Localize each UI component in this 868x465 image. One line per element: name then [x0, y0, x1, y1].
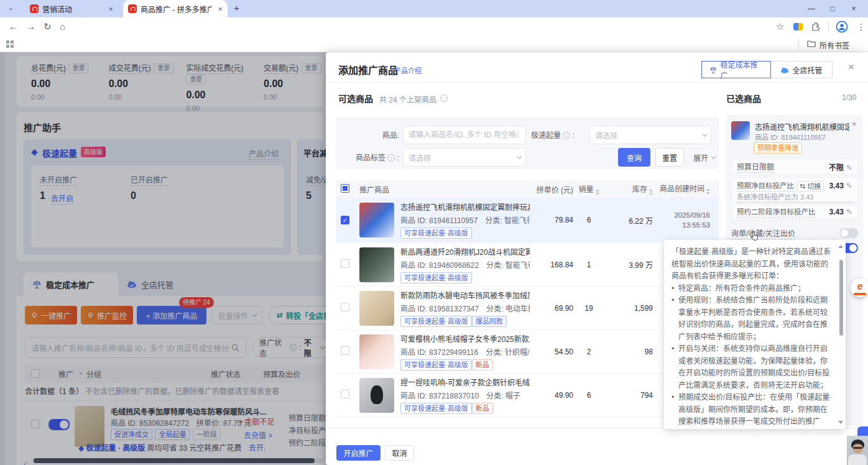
row-checkbox[interactable] [341, 390, 349, 398]
selected-goods-count: 1/30 [842, 93, 856, 102]
switch-roi-button[interactable]: ⇆切换 [796, 181, 824, 191]
goods-filter-label: 商品: [364, 129, 399, 140]
extension-icon[interactable] [793, 23, 803, 30]
product-thumbnail [359, 291, 394, 326]
bookmark-star-icon[interactable]: ☆ [776, 17, 784, 36]
goods-row[interactable]: 新款防雨防水腿电动车挡风被冬季加绒加厚电瓶摩托全... 商品 ID: 81958… [336, 287, 719, 330]
cloud-icon [780, 67, 789, 73]
browser-titlebar: ⌄ 营销活动 × 商品推广 - 拼多多推广平台 × + — □ × [0, 0, 868, 17]
edit-pencil-icon[interactable]: ✎ [846, 208, 852, 216]
product-id-category: 商品 ID: 819460968622 分类: 智能飞行/无人机 [400, 259, 530, 270]
info-icon[interactable] [440, 94, 448, 102]
site-favicon [30, 4, 39, 13]
product-id-category: 商品 ID: 819461110957 分类: 智能飞行/无人机 [400, 214, 530, 225]
stock-cell: 3.99 万 [604, 259, 653, 270]
product-id-category: 商品 ID: 819581327347 分类: 电动车挡风被 [400, 303, 530, 313]
sort-icon[interactable] [596, 189, 599, 195]
edit-pencil-icon[interactable]: ✎ [846, 163, 852, 172]
product-title: 新品两通道歼20滑翔机J20战斗机固定翼电动摆饰航模遥... [400, 246, 530, 257]
goods-row[interactable]: 新品两通道歼20滑翔机J20战斗机固定翼电动摆饰航模遥... 商品 ID: 81… [336, 243, 719, 287]
minimize-button[interactable]: — [801, 0, 822, 17]
goods-row[interactable]: 志扬遥控飞机滑翔机航模固定翼耐摔玩具泡沫电动充电... 商品 ID: 81946… [336, 198, 719, 243]
price-cell: 69.90 [530, 304, 573, 313]
back-icon[interactable]: ← [9, 17, 18, 36]
floating-logo-badge[interactable]: e [851, 279, 868, 297]
browser-menu-icon[interactable]: ⋮ [857, 17, 866, 36]
cancel-button[interactable]: 取消 [385, 445, 414, 461]
webcam-overlay [847, 436, 868, 465]
folder-icon [807, 40, 816, 47]
browser-tab-promotion[interactable]: 商品推广 - 拼多多推广平台 × [123, 0, 228, 17]
apps-grid-icon[interactable] [6, 40, 14, 48]
home-icon[interactable]: ⌂ [60, 17, 65, 36]
speed-filter-select[interactable]: 请选择 [589, 126, 711, 144]
product-title: 志扬遥控飞机滑翔机航模固定翼耐摔玩具泡沫电动充电... [400, 201, 530, 212]
tooltip-intro: 「极速起量·高级版」是一种针对特定商品通过系统智能出价快速商品起量的工具，使用该… [672, 246, 833, 283]
product-thumbnail [359, 378, 394, 413]
row-checkbox[interactable] [341, 216, 349, 224]
profile-avatar-icon[interactable] [836, 21, 848, 33]
sales-cell: 19 [573, 304, 604, 313]
tag-filter-select[interactable]: 请选择 [403, 148, 526, 167]
product-thumbnail [359, 334, 394, 369]
expected-roi-row: 预期净目标投产比⇆切换 3.43✎ 系统净目标投产比为 3.43 [731, 177, 858, 202]
select-all-checkbox[interactable] [341, 184, 349, 193]
edit-pencil-icon[interactable]: ✎ [846, 182, 852, 190]
goods-row[interactable]: 捏一捏哇叽响-可爱亲子款企鹅针织毛绒绒护耳帽有弹... 商品 ID: 83721… [336, 374, 719, 417]
tooltip-bullet: 使用规则：系统结合推广当前所处阶段和近期拿量水平判断是否符合使用条件。若系统可较… [672, 295, 833, 343]
tag-filter-label: 商品标签 : [347, 152, 399, 162]
stage2-roi-row: 预约二阶段净目标投产比 3.43✎ [731, 205, 858, 219]
new-tab-button[interactable]: + [234, 2, 239, 13]
browser-tab-marketing[interactable]: 营销活动 × [25, 1, 118, 16]
price-cell: 168.84 [530, 260, 573, 269]
speed-eligible-tag: 可享极速起量·高级版 [400, 228, 472, 239]
mode-full-trust-button[interactable]: 全店托管 [770, 61, 833, 78]
sales-cell: 2 [573, 348, 604, 356]
row-checkbox[interactable] [341, 303, 349, 311]
tooltip-scroll-down-icon[interactable] [838, 421, 843, 424]
tab-search-icon[interactable]: ⌄ [5, 3, 16, 14]
toolbar-divider [828, 22, 829, 32]
speed-boost-tooltip: 「极速起量·高级版」是一种针对特定商品通过系统智能出价快速商品起量的工具，使用该… [664, 240, 846, 429]
tooltip-scrollbar-thumb[interactable] [839, 260, 843, 336]
expand-button[interactable]: 展开 [690, 148, 718, 167]
sort-icon[interactable] [706, 188, 710, 195]
screen: ⌄ 营销活动 × 商品推广 - 拼多多推广平台 × + — □ × ← → ↻ … [0, 0, 868, 465]
query-button[interactable]: 查询 [618, 148, 650, 167]
tab-close-icon[interactable]: × [108, 4, 113, 14]
selected-product-thumbnail [731, 121, 750, 140]
selected-product-id: 商品 ID: 819461110957 [755, 132, 848, 142]
tab-title: 营销活动 [42, 4, 102, 14]
product-thumbnail [359, 247, 394, 282]
chevron-down-icon [711, 154, 716, 159]
start-promotion-button[interactable]: 开启推广 [336, 445, 381, 461]
product-intro-link[interactable]: 产品介绍 [394, 65, 422, 75]
row-checkbox[interactable] [341, 259, 349, 268]
system-roi-note: 系统净目标投产比为 3.43 [737, 191, 852, 203]
row-checkbox[interactable] [341, 346, 349, 355]
hot-item-tag: 爆品同款 [472, 316, 507, 327]
forward-icon[interactable]: → [26, 17, 35, 36]
close-window-button[interactable]: × [843, 0, 864, 17]
selected-product-title: 志扬遥控飞机滑翔机航模固定翼耐摔... [755, 121, 849, 132]
maximize-button[interactable]: □ [822, 0, 843, 17]
reset-button[interactable]: 重置 [655, 148, 684, 167]
all-bookmarks-label[interactable]: 所有书签 [820, 40, 849, 50]
goods-row[interactable]: 可爱樱桃小熊毛绒帽子女冬季2025新款加绒加厚保暖防... 商品 ID: 837… [336, 330, 719, 374]
modal-close-icon[interactable]: × [848, 61, 854, 73]
mode-stable-cost-button[interactable]: 稳定成本推广 [701, 61, 771, 78]
tab-close-icon[interactable]: × [218, 4, 223, 14]
selected-goods-title: 已选商品 [726, 92, 761, 104]
bookmarks-divider [798, 39, 799, 49]
goods-filter-input[interactable] [403, 126, 526, 144]
reload-icon[interactable]: ↻ [44, 17, 52, 36]
modal-title: 添加推广商品 [338, 62, 398, 77]
inquiry-bid-toggle[interactable] [839, 228, 858, 238]
goods-table-body: 志扬遥控飞机滑翔机航模固定翼耐摔玩具泡沫电动充电... 商品 ID: 81946… [336, 198, 719, 417]
price-cell: 49.90 [530, 391, 573, 400]
balance-icon [709, 66, 717, 74]
tooltip-bullet: 特定商品：所有符合条件的商品推广； [672, 283, 833, 295]
remove-selected-icon[interactable]: × [852, 119, 857, 129]
tooltip-scroll-up-icon[interactable] [838, 245, 843, 248]
extensions-puzzle-icon[interactable] [811, 22, 820, 31]
